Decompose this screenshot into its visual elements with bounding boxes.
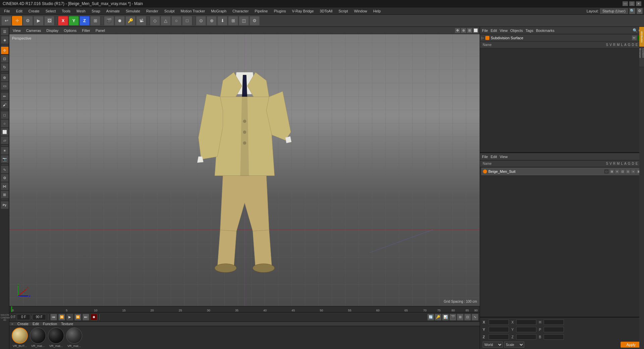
vert-tab-attributes[interactable]: Attributes [639, 27, 644, 47]
timeline-button[interactable]: 📊 [442, 314, 449, 320]
menu-character[interactable]: Character [230, 8, 251, 14]
lt-cylinder[interactable]: ⬜ [1, 128, 9, 136]
lt-rotate[interactable]: ↻ [1, 63, 9, 71]
settings-icon[interactable]: ⚙ [637, 8, 643, 14]
scale-space-dropdown[interactable]: Scale Size [504, 342, 524, 348]
mat-texture-menu[interactable]: Texture [61, 322, 73, 326]
lt-move[interactable]: ✥ [1, 46, 9, 54]
menu-vray-bridge[interactable]: V-Ray Bridge [289, 8, 317, 14]
prev-key-button[interactable]: ⏪ [58, 314, 65, 320]
rot-z-input[interactable]: 0 cm [516, 334, 536, 340]
mat-create-menu[interactable]: Create [17, 322, 29, 326]
attr-file[interactable]: File [482, 155, 488, 159]
menu-pipeline[interactable]: Pipeline [252, 8, 270, 14]
loop-button[interactable]: 🔄 [427, 314, 434, 320]
motion-clip-button[interactable]: 📽 [136, 16, 146, 26]
polygon-button[interactable]: ◇ [150, 16, 160, 26]
attr-edit[interactable]: Edit [491, 155, 497, 159]
model-button[interactable]: □ [182, 16, 192, 26]
om-tags[interactable]: Tags [526, 29, 533, 33]
gravity-button[interactable]: ⬇ [217, 16, 227, 26]
autokey-button[interactable]: 🔑 [125, 16, 136, 26]
record-active-button[interactable]: ⏺ [115, 16, 125, 26]
b-input[interactable]: 0° [544, 334, 564, 340]
lt-brush[interactable]: 🖌 [1, 101, 9, 109]
layout-value[interactable]: Startup (User) [600, 8, 628, 14]
y-axis-button[interactable]: Y [69, 16, 79, 26]
render-button[interactable]: ▶ [34, 16, 44, 26]
fcurve-button[interactable]: ∿ [472, 314, 478, 320]
attr-act-1[interactable]: □ [604, 169, 609, 174]
play-button[interactable]: ▶ [66, 314, 73, 320]
lt-camera[interactable]: 📷 [1, 155, 9, 163]
om-bookmarks[interactable]: Bookmarks [536, 29, 554, 33]
configure-button[interactable]: ⚙ [250, 16, 260, 26]
attr-act-4[interactable]: ⊡ [620, 169, 625, 174]
lt-spline[interactable]: ∿ [1, 165, 9, 173]
lt-light[interactable]: ☀ [1, 147, 9, 155]
material-item-3[interactable]: VR_mat... [66, 328, 83, 348]
menu-3dtoall[interactable]: 3DToAll [317, 8, 335, 14]
menu-mesh[interactable]: Mesh [74, 8, 88, 14]
viewport-options-menu[interactable]: Options [62, 28, 78, 33]
menu-create[interactable]: Create [26, 8, 42, 14]
pos-y-input[interactable]: 0 cm [489, 327, 509, 332]
mat-function-menu[interactable]: Function [43, 322, 57, 326]
point-button[interactable]: ○ [171, 16, 181, 26]
close-button[interactable]: ✕ [636, 1, 641, 6]
lt-effector[interactable]: ⊞ [1, 191, 9, 199]
lt-rect-select[interactable]: ▭ [1, 82, 9, 90]
menu-edit[interactable]: Edit [13, 8, 25, 14]
z-axis-button[interactable]: Z [79, 16, 90, 26]
menu-motion-tracker[interactable]: Motion Tracker [178, 8, 208, 14]
layer-button[interactable]: ⊞ [457, 314, 464, 320]
menu-sculpt[interactable]: Sculpt [162, 8, 177, 14]
undo-button[interactable]: ↩ [1, 16, 11, 26]
viewport-display-menu[interactable]: Display [44, 28, 60, 33]
p-input[interactable]: 0° [544, 327, 564, 332]
3d-viewport[interactable]: Perspective [9, 34, 480, 306]
menu-animate[interactable]: Animate [104, 8, 122, 14]
om-edit-icon[interactable]: ✏ [632, 36, 637, 40]
menu-snap[interactable]: Snap [89, 8, 103, 14]
render-settings-button[interactable]: ⚙ [23, 16, 33, 26]
viewport-icon-move[interactable]: ✥ [455, 28, 460, 33]
search-icon[interactable]: 🔍 [629, 8, 635, 14]
end-frame-input[interactable] [33, 314, 46, 320]
next-key-button[interactable]: ⏩ [74, 314, 81, 320]
lt-sphere[interactable]: ○ [1, 119, 9, 128]
minimize-button[interactable]: — [623, 1, 628, 6]
motion-button[interactable]: 🎬 [449, 314, 456, 320]
render-view-button[interactable]: 🖼 [44, 16, 54, 26]
snap-button[interactable]: ⊙ [196, 16, 206, 26]
rot-x-input[interactable]: 0 cm [516, 319, 536, 325]
material-item-1[interactable]: VR_mat... [30, 328, 46, 348]
viewport-icon-fit[interactable]: ⊞ [467, 28, 472, 33]
menu-window[interactable]: Window [351, 8, 370, 14]
om-edit[interactable]: Edit [491, 29, 497, 33]
start-frame-input[interactable] [17, 314, 30, 320]
lt-scale[interactable]: ⊡ [1, 55, 9, 63]
menu-simulate[interactable]: Simulate [123, 8, 143, 14]
h-input[interactable]: 0° [544, 319, 564, 325]
attr-view[interactable]: View [500, 155, 508, 159]
lt-select-polygon[interactable]: ◈ [1, 36, 9, 44]
pos-x-input[interactable]: 0 cm [489, 319, 509, 325]
apply-button[interactable]: Apply [621, 342, 641, 348]
lt-box[interactable]: □ [1, 111, 9, 119]
attr-act-5[interactable]: ⊙ [626, 169, 630, 174]
lt-deformer[interactable]: ⋈ [1, 182, 9, 190]
lt-live-select[interactable]: ⊛ [1, 73, 9, 82]
lt-plane[interactable]: ▱ [1, 136, 9, 144]
viewport-panel-menu[interactable]: Panel [94, 28, 107, 33]
viewport-view-menu[interactable]: View [11, 28, 23, 33]
axis-lock-button[interactable]: ⊞ [90, 16, 100, 26]
attr-act-6[interactable]: × [631, 169, 636, 174]
coord-space-dropdown[interactable]: World Object Screen [483, 342, 503, 348]
vert-tab-content-browser[interactable]: Content Browser [639, 47, 644, 67]
dope-button[interactable]: ⊡ [464, 314, 471, 320]
menu-render[interactable]: Render [144, 8, 161, 14]
attr-act-2[interactable]: ⊞ [609, 169, 614, 174]
om-search-icon[interactable]: 🔍 [633, 28, 638, 33]
goto-start-button[interactable]: ⏮ [50, 314, 57, 320]
